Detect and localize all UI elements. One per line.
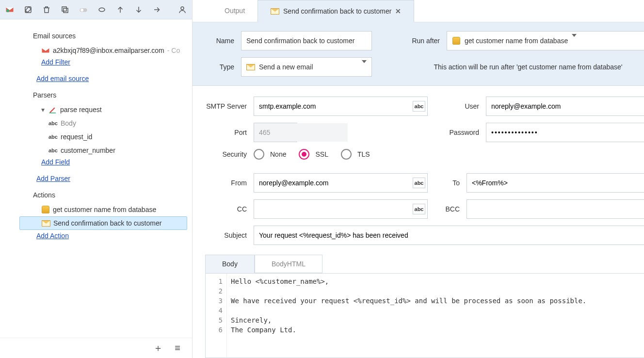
user-value[interactable] <box>486 97 644 115</box>
right-panel: Output Send confirmation back to custome… <box>193 0 644 358</box>
email-source-name: a2kbxjq7f89@inbox.emailparser.com <box>53 47 164 54</box>
arrow-up-icon[interactable] <box>114 4 126 16</box>
security-none[interactable]: None <box>254 149 286 160</box>
radio-icon[interactable] <box>299 149 309 160</box>
port-value <box>254 123 348 142</box>
name-value: Send confirmation back to customer <box>246 37 354 45</box>
menu-icon[interactable]: ≡ <box>175 342 180 354</box>
abc-picker-icon[interactable]: abc <box>413 178 425 188</box>
close-icon[interactable]: ✕ <box>395 7 401 15</box>
parser-field-row[interactable]: abcBody <box>19 116 187 130</box>
add-field-link[interactable]: Add Field <box>41 158 70 166</box>
add-email-source-link[interactable]: Add email source <box>36 75 89 82</box>
left-footer: ＋ ≡ <box>0 338 192 358</box>
svg-rect-3 <box>62 7 66 11</box>
cc-value[interactable] <box>254 200 427 218</box>
security-ssl[interactable]: SSL <box>299 149 328 160</box>
parser-field-label: Body <box>61 119 76 127</box>
abc-picker-icon[interactable]: abc <box>413 204 425 214</box>
toggle-icon[interactable] <box>78 4 89 16</box>
parser-field-label: request_id <box>61 133 92 141</box>
parser-name: parse request <box>60 106 102 114</box>
from-input[interactable]: abc <box>254 173 428 193</box>
mail-gear-icon <box>41 46 50 55</box>
action-row-send[interactable]: Send confirmation back to customer <box>19 216 187 230</box>
tab-label: Output <box>225 7 245 15</box>
user-icon[interactable] <box>177 4 188 16</box>
mail-settings-icon[interactable] <box>4 4 16 16</box>
svg-rect-8 <box>49 113 56 114</box>
from-value[interactable] <box>254 174 427 192</box>
tab-action[interactable]: Send confirmation back to customer ✕ <box>258 0 414 22</box>
cc-label: CC <box>205 205 254 213</box>
abc-picker-icon[interactable]: abc <box>413 101 425 112</box>
compose-icon[interactable] <box>22 4 34 16</box>
password-label: Password <box>437 129 486 136</box>
actions-section: Actions <box>33 191 187 199</box>
bcc-input[interactable]: abc <box>467 199 644 219</box>
body-text[interactable]: Hello <%customer_name%>, We have receive… <box>227 274 644 358</box>
password-input[interactable] <box>486 123 644 142</box>
add-icon[interactable]: ＋ <box>153 342 163 355</box>
to-value[interactable] <box>467 174 644 192</box>
type-value: Send a new email <box>259 63 313 71</box>
trash-icon[interactable] <box>41 4 52 16</box>
body-editor[interactable]: 123456 Hello <%customer_name%>, We have … <box>205 273 644 358</box>
tab-bar: Output Send confirmation back to custome… <box>193 0 644 22</box>
security-tls[interactable]: TLS <box>341 149 370 160</box>
loop-icon[interactable] <box>96 4 108 16</box>
tab-output[interactable]: Output <box>212 0 258 22</box>
left-toolbar <box>0 0 192 19</box>
type-dropdown[interactable]: Send a new email <box>241 57 372 77</box>
smtp-server-value[interactable] <box>254 97 427 115</box>
forward-icon[interactable] <box>151 4 163 16</box>
bcc-label: BCC <box>437 205 467 213</box>
body-tab-bar: Body BodyHTML <box>205 255 644 273</box>
to-input[interactable]: abc <box>467 173 644 193</box>
radio-label: SSL <box>315 150 328 158</box>
radio-label: None <box>270 150 286 158</box>
parser-field-row[interactable]: abcrequest_id <box>19 130 187 144</box>
email-source-row[interactable]: a2kbxjq7f89@inbox.emailparser.com - Co <box>19 44 187 57</box>
bodyhtml-tab[interactable]: BodyHTML <box>255 255 322 273</box>
add-action-link[interactable]: Add Action <box>36 232 69 240</box>
name-label: Name <box>205 37 234 45</box>
type-label: Type <box>205 63 234 71</box>
svg-point-6 <box>99 8 105 12</box>
bcc-value[interactable] <box>467 200 644 218</box>
radio-label: TLS <box>357 150 370 158</box>
parser-row[interactable]: ▾ parse request <box>19 103 187 116</box>
abc-icon: abc <box>48 147 58 153</box>
action-row-db[interactable]: get customer name from database <box>19 203 187 216</box>
password-value[interactable] <box>486 123 644 142</box>
arrow-down-icon[interactable] <box>133 4 145 16</box>
run-after-value: get customer name from database <box>465 37 568 45</box>
run-after-dropdown[interactable]: get customer name from database <box>447 31 644 50</box>
chevron-down-icon <box>572 37 577 45</box>
expand-caret-icon[interactable]: ▾ <box>41 106 45 114</box>
user-input[interactable]: abc <box>486 97 644 116</box>
database-icon <box>41 205 50 214</box>
smtp-server-input[interactable]: abc <box>254 97 428 116</box>
add-filter-link[interactable]: Add Filter <box>41 58 70 66</box>
body-tab[interactable]: Body <box>205 255 255 273</box>
action-body: SMTP Server abc User abc Port <box>193 86 644 358</box>
add-parser-link[interactable]: Add Parser <box>36 175 70 182</box>
run-after-note: This action will be run after 'get custo… <box>434 63 623 71</box>
email-sources-section: Email sources <box>33 32 187 40</box>
pencil-icon <box>48 105 57 114</box>
tree: Email sources a2kbxjq7f89@inbox.emailpar… <box>0 19 192 338</box>
parsers-section: Parsers <box>33 91 187 99</box>
parser-field-row[interactable]: abccustomer_number <box>19 144 187 157</box>
action-label: get customer name from database <box>53 206 156 213</box>
name-field[interactable]: Send confirmation back to customer <box>241 31 372 50</box>
subject-input[interactable]: abc <box>254 226 644 245</box>
copy-icon[interactable] <box>59 4 71 16</box>
subject-value[interactable] <box>254 226 644 244</box>
radio-icon[interactable] <box>254 149 264 160</box>
from-label: From <box>205 179 254 187</box>
svg-point-5 <box>80 8 83 11</box>
radio-icon[interactable] <box>341 149 352 160</box>
cc-input[interactable]: abc <box>254 199 428 219</box>
user-label: User <box>437 102 486 110</box>
